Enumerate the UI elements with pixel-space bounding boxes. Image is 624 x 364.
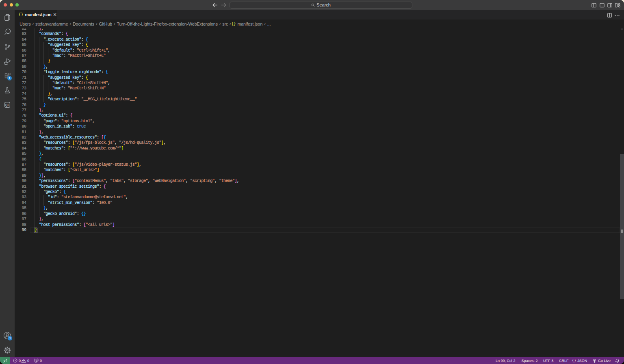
svg-text:QL: QL [5, 103, 10, 107]
